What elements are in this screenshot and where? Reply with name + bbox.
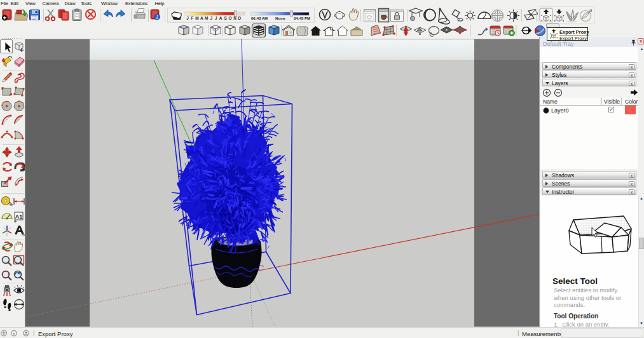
svg-text:Noon: Noon: [275, 17, 285, 20]
svg-text:M: M: [205, 16, 208, 20]
svg-text:i: i: [156, 15, 158, 20]
svg-text:06:43 AM: 06:43 AM: [251, 17, 268, 20]
svg-text:J: J: [215, 16, 217, 20]
svg-text:S: S: [224, 16, 227, 20]
svg-text:J: J: [186, 16, 189, 20]
svg-text:J: J: [210, 16, 212, 20]
svg-text:N: N: [233, 16, 236, 20]
svg-text:04:45 PM: 04:45 PM: [294, 17, 310, 20]
svg-text:A1: A1: [15, 213, 23, 220]
svg-text:A: A: [200, 16, 203, 20]
svg-text:F: F: [191, 16, 193, 20]
svg-text:A: A: [219, 16, 223, 20]
svg-text:O: O: [229, 16, 232, 20]
svg-text:D: D: [238, 16, 242, 20]
svg-text:M: M: [195, 16, 198, 20]
